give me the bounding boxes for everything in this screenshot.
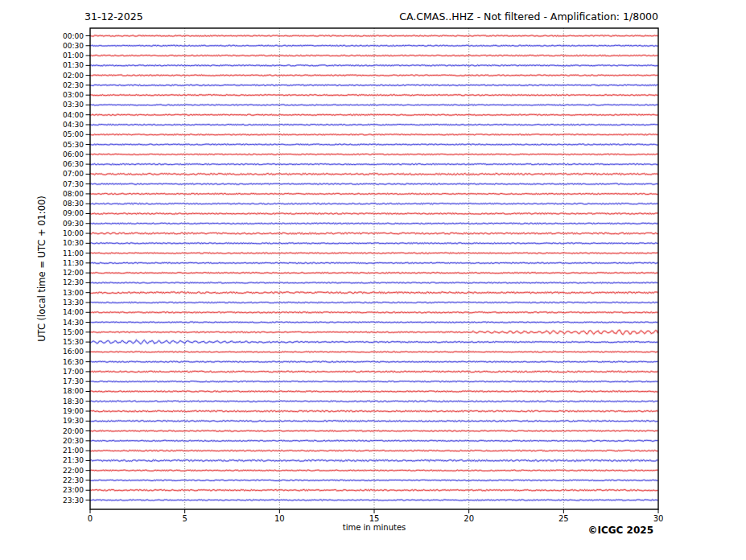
x-tick-label: 25 bbox=[558, 514, 569, 523]
x-tick-label: 15 bbox=[369, 514, 380, 523]
row-label: 07:00 bbox=[63, 170, 84, 178]
row-label: 00:30 bbox=[63, 42, 84, 50]
y-axis-label: UTC (local time = UTC + 01:00) bbox=[36, 196, 47, 342]
row-label: 15:30 bbox=[63, 338, 84, 346]
trace bbox=[90, 330, 658, 335]
row-label: 02:00 bbox=[63, 72, 84, 80]
row-label: 01:30 bbox=[63, 61, 84, 69]
row-label: 18:00 bbox=[63, 387, 84, 395]
row-label: 22:30 bbox=[63, 476, 84, 484]
row-label: 08:30 bbox=[63, 200, 84, 208]
y-axis-ticks bbox=[86, 36, 91, 500]
x-tick-label: 0 bbox=[88, 514, 93, 523]
row-label: 03:00 bbox=[63, 91, 84, 99]
row-label: 01:00 bbox=[63, 51, 84, 60]
row-label: 23:00 bbox=[63, 486, 84, 494]
x-tick-label: 30 bbox=[653, 514, 664, 523]
station-title: CA.CMAS..HHZ - Not filtered - Amplificat… bbox=[399, 10, 658, 23]
helicorder-chart: 31-12-2025 CA.CMAS..HHZ - Not filtered -… bbox=[0, 0, 746, 560]
x-tick-label: 5 bbox=[182, 514, 187, 523]
row-label: 21:00 bbox=[63, 447, 84, 455]
row-label: 11:30 bbox=[63, 259, 84, 267]
row-label: 09:30 bbox=[63, 220, 84, 228]
y-axis-tick-labels: 00:0000:3001:0001:3002:0002:3003:0003:30… bbox=[63, 32, 84, 504]
row-label: 04:30 bbox=[63, 121, 84, 129]
x-gridlines bbox=[185, 28, 564, 509]
x-axis-tick-labels: 051015202530 bbox=[88, 514, 664, 523]
row-label: 19:00 bbox=[63, 407, 84, 415]
date-label: 31-12-2025 bbox=[84, 10, 143, 23]
row-label: 17:30 bbox=[63, 377, 84, 385]
row-label: 18:30 bbox=[63, 397, 84, 406]
row-label: 09:00 bbox=[63, 209, 84, 217]
row-label: 19:30 bbox=[63, 417, 84, 425]
row-label: 14:00 bbox=[63, 308, 84, 316]
x-axis-ticks bbox=[90, 509, 658, 513]
row-label: 05:30 bbox=[63, 141, 84, 149]
row-label: 06:30 bbox=[63, 160, 84, 168]
row-label: 02:30 bbox=[63, 81, 84, 89]
row-label: 06:00 bbox=[63, 150, 84, 159]
row-label: 22:00 bbox=[63, 467, 84, 475]
row-label: 00:00 bbox=[63, 32, 84, 40]
row-label: 11:00 bbox=[63, 249, 84, 257]
row-label: 04:00 bbox=[63, 111, 84, 119]
row-label: 23:30 bbox=[63, 496, 84, 504]
x-tick-label: 20 bbox=[464, 514, 474, 523]
row-label: 10:00 bbox=[63, 229, 84, 237]
row-label: 14:30 bbox=[63, 319, 84, 327]
row-label: 10:30 bbox=[63, 239, 84, 247]
copyright-label: ©ICGC 2025 bbox=[587, 525, 653, 536]
row-label: 17:00 bbox=[63, 368, 84, 376]
row-label: 21:30 bbox=[63, 456, 84, 464]
row-label: 16:30 bbox=[63, 358, 84, 366]
row-label: 05:00 bbox=[63, 130, 84, 138]
row-label: 08:00 bbox=[63, 190, 84, 198]
x-axis-label: time in minutes bbox=[343, 523, 406, 532]
row-label: 20:30 bbox=[63, 437, 84, 445]
row-label: 20:00 bbox=[63, 427, 84, 435]
trace bbox=[90, 340, 658, 344]
row-label: 13:00 bbox=[63, 289, 84, 297]
helicorder-page: 31-12-2025 CA.CMAS..HHZ - Not filtered -… bbox=[0, 0, 746, 560]
row-label: 16:00 bbox=[63, 348, 84, 356]
row-label: 12:30 bbox=[63, 278, 84, 286]
row-label: 12:00 bbox=[63, 269, 84, 277]
row-label: 13:30 bbox=[63, 299, 84, 307]
x-tick-label: 10 bbox=[274, 514, 285, 523]
row-label: 07:30 bbox=[63, 180, 84, 188]
row-label: 15:00 bbox=[63, 328, 84, 336]
row-label: 03:30 bbox=[63, 101, 84, 109]
